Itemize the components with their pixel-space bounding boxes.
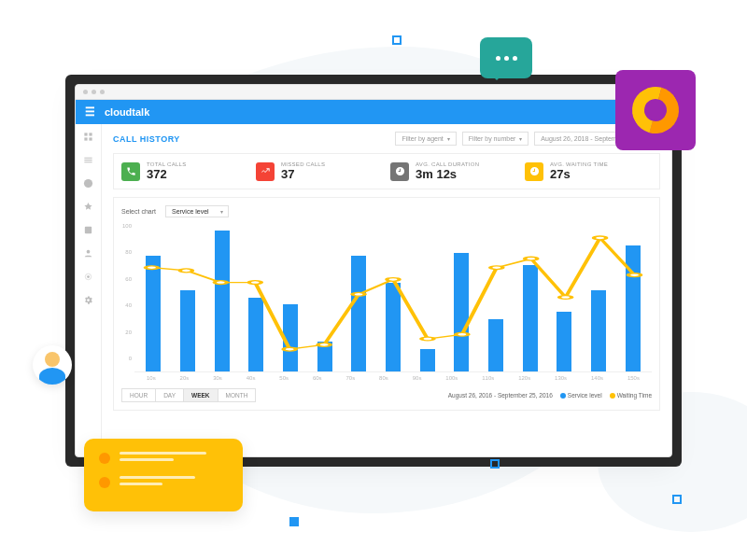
svg-point-15 (387, 278, 399, 282)
svg-rect-3 (89, 137, 92, 140)
decorative-square-outline (392, 35, 402, 45)
svg-point-14 (352, 292, 364, 296)
svg-point-20 (559, 296, 571, 300)
sidebar-icon[interactable] (83, 202, 93, 212)
decorative-square-outline (490, 459, 500, 469)
time-range-tabs: HOURDAYWEEKMONTH (121, 388, 256, 402)
stat-value: 372 (147, 167, 187, 181)
chart-select-label: Select chart (121, 208, 156, 215)
svg-point-4 (84, 179, 92, 188)
svg-point-19 (525, 257, 537, 260)
time-tab-week[interactable]: WEEK (184, 389, 218, 401)
svg-point-10 (215, 281, 227, 285)
svg-point-16 (421, 337, 433, 341)
svg-point-22 (628, 273, 641, 277)
donut-chart-icon (615, 70, 696, 150)
decorative-square (289, 517, 299, 526)
filter-number[interactable]: Filter by number▾ (462, 132, 529, 146)
svg-point-11 (249, 281, 261, 285)
legend-daterange: August 26, 2016 - September 25, 2016 (448, 392, 553, 399)
phone-icon (121, 162, 140, 181)
svg-rect-1 (89, 133, 92, 135)
stat-card: AVG. WAITING TIME27s (525, 161, 652, 181)
sidebar-icon[interactable] (83, 248, 93, 259)
missed-icon (256, 162, 275, 181)
chart-legend: August 26, 2016 - September 25, 2016 Ser… (448, 392, 652, 399)
chart-y-axis: 100806040200 (121, 223, 134, 372)
svg-point-18 (490, 266, 502, 270)
chat-bubble-icon (480, 37, 532, 78)
svg-point-9 (180, 269, 192, 273)
app-header: ☰ cloudtalk (76, 100, 671, 124)
svg-point-17 (456, 332, 468, 336)
decorative-square-outline (672, 495, 682, 504)
filter-agent[interactable]: Filter by agent▾ (395, 132, 456, 146)
svg-point-12 (284, 347, 296, 351)
stat-card: TOTAL CALLS372 (121, 161, 248, 181)
chart-x-axis: 10s20s30s40s50s60s70s80s90s100s110s120s1… (134, 375, 652, 381)
time-tab-hour[interactable]: HOUR (122, 389, 156, 401)
sidebar-icon[interactable] (83, 272, 93, 282)
list-card-icon (84, 439, 243, 511)
sidebar (76, 124, 102, 456)
svg-rect-5 (85, 227, 92, 233)
svg-rect-0 (84, 133, 87, 135)
svg-point-21 (594, 236, 606, 240)
stat-card: MISSED CALLS37 (256, 161, 383, 181)
chart-panel: Select chart Service level 100806040200 … (113, 197, 660, 411)
chart-select[interactable]: Service level (165, 205, 229, 217)
stat-value: 3m 12s (416, 167, 479, 181)
clock-icon (390, 162, 409, 181)
app-name: cloudtalk (105, 106, 149, 118)
sidebar-icon[interactable] (83, 225, 93, 235)
app-window: ☰ cloudtalk CALL HISTORY Filter by agent… (75, 84, 672, 457)
svg-point-8 (146, 266, 158, 270)
stat-value: 37 (281, 167, 325, 181)
svg-point-6 (87, 250, 91, 254)
sidebar-icon[interactable] (83, 155, 93, 165)
page-title: CALL HISTORY (113, 134, 180, 144)
clock-icon (525, 162, 543, 181)
stats-row: TOTAL CALLS372MISSED CALLS37AVG. CALL DU… (113, 153, 660, 189)
sidebar-icon[interactable] (83, 178, 93, 189)
time-tab-month[interactable]: MONTH (218, 389, 256, 401)
avatar-icon (33, 345, 72, 385)
window-titlebar (76, 85, 671, 100)
menu-icon[interactable]: ☰ (85, 105, 95, 119)
stat-card: AVG. CALL DURATION3m 12s (390, 161, 517, 181)
svg-point-13 (317, 343, 330, 346)
sidebar-icon[interactable] (83, 132, 93, 142)
chart-plot (134, 223, 652, 372)
sidebar-settings-icon[interactable] (83, 295, 93, 305)
svg-point-7 (87, 275, 90, 278)
stat-value: 27s (550, 167, 608, 181)
svg-rect-2 (84, 137, 87, 140)
time-tab-day[interactable]: DAY (156, 389, 184, 401)
